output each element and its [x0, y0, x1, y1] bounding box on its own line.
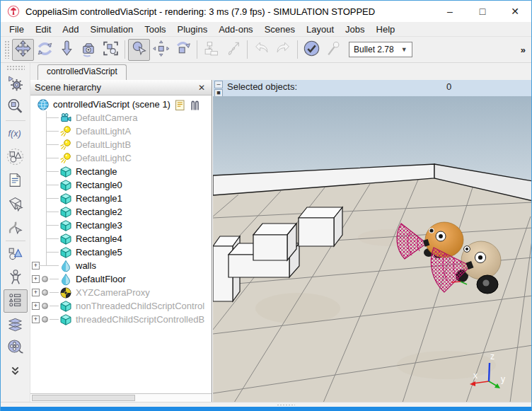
menu-addons[interactable]: Add-ons: [213, 23, 258, 36]
tree-item-walls[interactable]: +walls: [30, 259, 212, 272]
more-buttons-button[interactable]: [4, 359, 28, 383]
path-cursor-icon: [6, 218, 24, 238]
physics-engine-dropdown[interactable]: Bullet 2.78 ▼: [349, 42, 412, 57]
tree-item-rectangle[interactable]: Rectangle: [30, 165, 212, 178]
tree-item-defaultlightb[interactable]: DefaultLightB: [30, 138, 212, 151]
camera-zoom-button[interactable]: [56, 39, 78, 61]
hierarchy-header: Scene hierarchy ✕: [30, 80, 212, 95]
tree-dash: [46, 131, 59, 132]
hierarchy-hscrollbar[interactable]: [30, 393, 212, 402]
expand-icon[interactable]: +: [32, 316, 40, 323]
tree-item-defaultcamera[interactable]: DefaultCamera: [30, 111, 212, 125]
tree-dash: [46, 212, 59, 212]
tree-item-threadedchildscriptcontrolledb[interactable]: +threadedChildScriptControlledB: [30, 313, 212, 326]
menu-jobs[interactable]: Jobs: [340, 23, 370, 36]
menu-scenes[interactable]: Scenes: [259, 23, 301, 36]
scene-object-properties-button[interactable]: [4, 95, 28, 119]
fit-view-icon: [102, 40, 120, 59]
scene-config-icon[interactable]: [189, 99, 200, 110]
transfer-dna-button[interactable]: [222, 39, 244, 61]
scripts-button[interactable]: [4, 169, 28, 192]
title-bar[interactable]: CoppeliaSim controlledViaScript - render…: [1, 1, 531, 22]
maximize-button[interactable]: □: [466, 1, 499, 22]
camera-zoom-icon: [58, 40, 76, 59]
object-shift-button[interactable]: [150, 39, 172, 61]
undo-button[interactable]: [250, 39, 272, 61]
camera-rotate-button[interactable]: [34, 39, 56, 61]
tree-item-defaultlightc[interactable]: DefaultLightC: [30, 151, 212, 165]
undo-icon: [253, 40, 270, 59]
expand-icon[interactable]: +: [32, 302, 40, 310]
status-resize-handle[interactable]: [277, 404, 295, 406]
tree-item-label: Rectangle0: [76, 180, 122, 190]
redo-button[interactable]: [272, 39, 294, 61]
menu-edit[interactable]: Edit: [30, 23, 57, 36]
menu-simulation[interactable]: Simulation: [85, 23, 139, 36]
page-selector-button[interactable]: [4, 313, 28, 336]
video-recorder-button[interactable]: [4, 336, 28, 359]
menu-tools[interactable]: Tools: [139, 23, 171, 36]
bubblerob-orange[interactable]: [397, 222, 463, 259]
coppeliasim-app-icon: [7, 5, 20, 18]
script-indicator-icon[interactable]: [42, 303, 48, 309]
fit-to-view-button[interactable]: [100, 39, 122, 61]
3d-viewport[interactable]: – ■ Selected objects: 0: [213, 80, 531, 402]
menu-layout[interactable]: Layout: [301, 23, 340, 36]
menu-file[interactable]: File: [4, 23, 30, 36]
scene-hierarchy-button[interactable]: [4, 289, 28, 313]
menu-add[interactable]: Add: [57, 23, 84, 36]
script-indicator-icon[interactable]: [42, 276, 48, 282]
box-rectangle-back[interactable]: [299, 207, 342, 246]
tab-controlledviascript[interactable]: controlledViaScript: [37, 64, 127, 80]
minimize-button[interactable]: –: [434, 1, 466, 22]
tree-item-rectangle3[interactable]: Rectangle3: [30, 219, 212, 232]
select-icon: [130, 40, 148, 59]
object-rotate-button[interactable]: [172, 39, 194, 61]
3d-scene[interactable]: x y z: [213, 96, 531, 402]
shape-edit-mode-button[interactable]: [4, 192, 28, 216]
tree-item-root[interactable]: controlledViaScript (scene 1): [30, 98, 212, 111]
tree-item-rectangle5[interactable]: Rectangle5: [30, 245, 212, 259]
tree-item-label: DefaultCamera: [76, 112, 137, 123]
camera-angle-button[interactable]: [78, 39, 100, 61]
toolbar-drag-handle[interactable]: [4, 40, 10, 59]
tree-item-defaultlighta[interactable]: DefaultLightA: [30, 125, 212, 138]
selection-tools-button[interactable]: [4, 243, 28, 266]
tree-item-label: DefaultLightA: [76, 126, 131, 137]
model-browser-button[interactable]: [4, 266, 28, 289]
calculation-modules-button[interactable]: f(x): [4, 122, 28, 146]
close-button[interactable]: ✕: [499, 1, 531, 22]
expand-icon[interactable]: +: [32, 289, 40, 296]
camera-pan-button[interactable]: [12, 39, 34, 61]
assemble-button[interactable]: [200, 39, 222, 61]
toggle-dynamics-button[interactable]: [301, 39, 323, 61]
tree-item-rectangle4[interactable]: Rectangle4: [30, 232, 212, 245]
simulation-settings-button[interactable]: [4, 72, 28, 95]
expand-icon[interactable]: +: [32, 275, 40, 283]
info-collapse-button[interactable]: –: [214, 81, 223, 88]
collections-button[interactable]: [4, 146, 28, 169]
path-edit-mode-button[interactable]: [4, 216, 28, 239]
hscrollbar-thumb[interactable]: [32, 395, 135, 401]
tree-item-xyzcameraproxy[interactable]: +XYZCameraProxy: [30, 286, 212, 299]
selected-objects-label: Selected objects:: [227, 81, 297, 92]
visualize-dynamics-button[interactable]: [323, 39, 345, 61]
tree-dash: [46, 185, 59, 185]
sidebar-drag-handle[interactable]: [6, 65, 25, 71]
cube-icon: [59, 219, 72, 232]
menu-help[interactable]: Help: [371, 23, 401, 36]
tree-item-rectangle0[interactable]: Rectangle0: [30, 178, 212, 192]
scene-script-icon[interactable]: [174, 99, 185, 110]
tree-item-nonthreadedchildscriptcontrol[interactable]: +nonThreadedChildScriptControl: [30, 299, 212, 313]
select-button[interactable]: [128, 39, 150, 61]
script-indicator-icon[interactable]: [42, 289, 48, 296]
hierarchy-close-icon[interactable]: ✕: [196, 83, 207, 93]
physics-engine-value: Bullet 2.78: [354, 45, 394, 54]
toolbar-overflow-button[interactable]: »: [521, 45, 526, 55]
tree-item-rectangle1[interactable]: Rectangle1: [30, 192, 212, 205]
script-indicator-icon[interactable]: [42, 316, 48, 323]
box-rectangle-mid[interactable]: [253, 224, 296, 260]
tree-item-defaultfloor[interactable]: +DefaultFloor: [30, 272, 212, 286]
menu-plugins[interactable]: Plugins: [172, 23, 214, 36]
tree-item-rectangle2[interactable]: Rectangle2: [30, 205, 212, 219]
